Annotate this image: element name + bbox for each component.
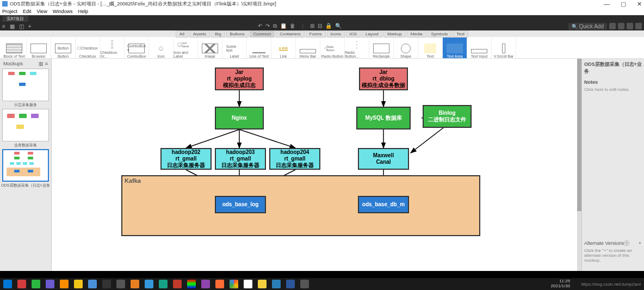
widget-menubar[interactable]: Menu Bar xyxy=(296,38,320,58)
filter-media[interactable]: Media xyxy=(407,30,426,38)
filter-common[interactable]: Common xyxy=(250,30,275,38)
firefox-icon[interactable] xyxy=(215,280,224,288)
view-grid-icon[interactable]: ▦ xyxy=(10,23,15,29)
wechat-icon[interactable] xyxy=(32,280,40,288)
mockup-thumb-selected[interactable] xyxy=(2,149,49,182)
node-ods-db[interactable]: ods_base_db_m xyxy=(358,196,409,213)
node-mysql[interactable]: MySQL 数据库 xyxy=(356,107,411,129)
notes-input[interactable]: Click here to edit notes. xyxy=(584,87,642,92)
node-hadoop202[interactable]: hadoop202rt_gmall日志采集服务器 xyxy=(160,148,212,170)
word-icon[interactable] xyxy=(286,280,295,288)
widget-rectangle[interactable]: Rectangle xyxy=(369,38,394,58)
node-hadoop204[interactable]: hadoop204rt_gmall日志采集服务器 xyxy=(269,148,320,170)
paste-icon[interactable]: 📋 xyxy=(280,23,287,29)
add-version-button[interactable]: + xyxy=(639,240,641,246)
widget-blocktext[interactable]: Block of Text xyxy=(2,38,27,58)
widget-textinput[interactable]: Text Input xyxy=(467,38,492,58)
maximize-button[interactable]: ▢ xyxy=(621,1,626,8)
node-binlog[interactable]: Binlog二进制日志文件 xyxy=(423,105,472,128)
canvas-scrollbar-v[interactable] xyxy=(577,59,581,271)
widget-combobox[interactable]: ComboBox ▾ComboBox xyxy=(125,38,149,58)
menu-windows[interactable]: Windows xyxy=(53,9,73,14)
widget-radiobuttongroup[interactable]: ○○○Radio Button... xyxy=(345,38,369,58)
taskbar-app-icon[interactable] xyxy=(116,280,125,288)
canvas-area[interactable]: Jarrt_applog模拟生成日志 Jarrt_dblog模拟生成业务数据 N… xyxy=(52,59,581,271)
toolbar-panel1-icon[interactable] xyxy=(609,23,616,29)
node-maxwell[interactable]: MaxwellCanal xyxy=(358,148,409,170)
taskbar-app-icon[interactable] xyxy=(145,280,153,288)
menu-view[interactable]: View xyxy=(37,9,47,14)
quick-add-input[interactable]: 🔍 Quick Add xyxy=(568,23,607,30)
undo-icon[interactable]: ↶ xyxy=(258,23,262,29)
filter-layout[interactable]: Layout xyxy=(362,30,382,38)
taskbar-app-icon[interactable] xyxy=(272,280,281,288)
widget-text[interactable]: Text xyxy=(418,38,443,58)
widget-shape[interactable]: Shape xyxy=(394,38,418,58)
taskbar-app-icon[interactable] xyxy=(74,280,83,288)
taskbar-app-icon[interactable] xyxy=(173,280,182,288)
taskbar-app-icon[interactable] xyxy=(131,280,139,288)
toolbar-panel3-icon[interactable] xyxy=(635,23,642,29)
widget-lineoftext[interactable]: Line of Text xyxy=(247,38,271,58)
filter-markup[interactable]: Markup xyxy=(383,30,406,38)
menu-edit[interactable]: Edit xyxy=(23,9,32,14)
info-icon[interactable] xyxy=(618,23,624,29)
lock-icon[interactable]: 🔒 xyxy=(325,23,332,29)
mockup-thumb[interactable] xyxy=(2,109,49,141)
copy-icon[interactable]: ⧉ xyxy=(273,23,277,29)
document-tab[interactable]: 实时项目 xyxy=(2,16,28,22)
filter-buttons[interactable]: Buttons xyxy=(226,30,249,38)
mockup-thumb[interactable] xyxy=(2,69,49,101)
widget-checkbox[interactable]: ☐ CheckboxCheckbox xyxy=(76,38,100,58)
widget-textarea[interactable]: Text Area xyxy=(443,38,467,58)
add-icon[interactable]: + xyxy=(28,23,32,29)
align-icon[interactable]: ⊞ xyxy=(310,23,314,29)
taskbar-app-icon[interactable] xyxy=(300,280,309,288)
node-hadoop203[interactable]: hadoop203rt_gmall日志采集服务器 xyxy=(215,148,266,170)
view-split-icon[interactable]: ◫ xyxy=(19,23,24,29)
widget-icon[interactable]: ◯Icon xyxy=(149,38,174,58)
filter-containers[interactable]: Containers xyxy=(276,30,305,38)
node-ods-log[interactable]: ods_base_log xyxy=(215,196,266,213)
widget-checkboxgroup[interactable]: ☐☐☐Checkbox Gr... xyxy=(100,38,125,58)
widget-label[interactable]: Some textLabel xyxy=(222,38,247,58)
kafka-container[interactable] xyxy=(121,175,480,236)
start-button[interactable] xyxy=(3,280,12,288)
widget-radiobutton[interactable]: ○ Radio ButtonRadio Button xyxy=(320,38,345,58)
filter-big[interactable]: Big xyxy=(211,30,225,38)
node-jar-applog[interactable]: Jarrt_applog模拟生成日志 xyxy=(215,67,264,90)
minimize-button[interactable]: — xyxy=(604,1,610,8)
taskbar-app-icon[interactable] xyxy=(88,280,97,288)
taskbar-app-icon[interactable] xyxy=(159,280,168,288)
delete-icon[interactable]: 🗑 xyxy=(290,23,295,29)
node-nginx[interactable]: Nginx xyxy=(215,107,264,129)
chrome-icon[interactable] xyxy=(230,280,238,288)
zoom-icon[interactable]: 🔍 xyxy=(335,23,342,29)
group-icon[interactable]: ⊟ xyxy=(318,23,322,29)
taskbar-app-icon[interactable] xyxy=(102,280,111,288)
widget-link[interactable]: a linkLink xyxy=(271,38,296,58)
toolbar-panel2-icon[interactable] xyxy=(627,23,633,29)
menu-project[interactable]: Project xyxy=(2,9,17,14)
explorer-icon[interactable] xyxy=(258,280,267,288)
taskbar-app-icon[interactable] xyxy=(187,280,196,288)
widget-browser[interactable]: Browser xyxy=(27,38,51,58)
widget-button[interactable]: ButtonButton xyxy=(51,38,76,58)
taskbar-app-icon[interactable] xyxy=(17,280,26,288)
taskbar-app-icon[interactable] xyxy=(60,280,69,288)
widget-image[interactable]: Image xyxy=(198,38,222,58)
filter-all[interactable]: All xyxy=(176,30,188,38)
widget-vscroll[interactable]: V.Scroll Bar xyxy=(492,38,516,58)
view-list-icon[interactable]: ≡ xyxy=(2,23,5,29)
filter-ios[interactable]: iOS xyxy=(346,30,361,38)
system-clock[interactable]: 11:252021/1/30 xyxy=(551,279,571,289)
taskbar-app-icon[interactable] xyxy=(201,280,210,288)
filter-symbols[interactable]: Symbols xyxy=(428,30,452,38)
help-icon[interactable]: ? xyxy=(624,240,629,246)
filter-icons[interactable]: Icons xyxy=(327,30,345,38)
filter-text[interactable]: Text xyxy=(453,30,468,38)
close-button[interactable]: ✕ xyxy=(637,1,642,8)
redo-icon[interactable]: ↷ xyxy=(265,23,270,29)
widget-iconlabel[interactable]: ◯ Icon NameIcon and Label xyxy=(174,38,198,58)
taskbar-app-icon[interactable] xyxy=(46,280,54,288)
